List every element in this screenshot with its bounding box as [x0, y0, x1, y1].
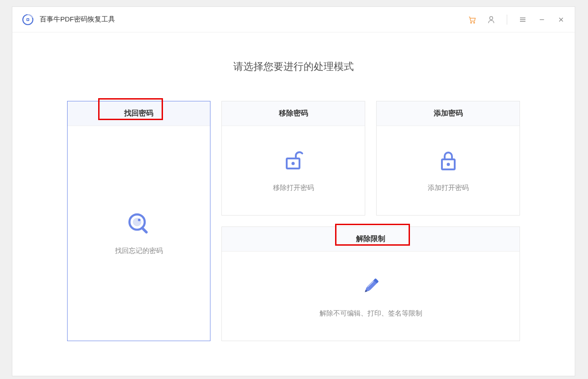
card-unrestrict-description: 解除不可编辑、打印、签名等限制	[320, 309, 422, 318]
card-add-title: 添加密码	[377, 101, 520, 126]
user-icon[interactable]	[487, 15, 496, 24]
svg-rect-2	[27, 19, 29, 20]
titlebar-right	[467, 15, 566, 25]
card-add-body: 添加打开密码	[377, 126, 520, 215]
svg-point-3	[471, 22, 472, 23]
svg-point-4	[474, 22, 475, 23]
right-column: 移除密码 移除打开密码	[221, 101, 520, 341]
app-logo-icon	[21, 13, 34, 26]
app-title: 百事牛PDF密码恢复工具	[40, 15, 115, 24]
unlock-icon	[282, 149, 305, 173]
close-icon[interactable]	[556, 15, 566, 24]
main-content: 请选择您要进行的处理模式 找回密码 找回忘记的密码	[12, 32, 575, 376]
lock-icon	[436, 149, 460, 173]
card-add-description: 添加打开密码	[428, 184, 469, 192]
card-recover-password[interactable]: 找回密码 找回忘记的密码	[67, 101, 210, 341]
card-add-password[interactable]: 添加密码 添加打开密码	[376, 101, 520, 216]
card-remove-body: 移除打开密码	[222, 126, 365, 215]
svg-point-18	[446, 163, 450, 166]
cart-icon[interactable]	[467, 15, 477, 24]
card-remove-password[interactable]: 移除密码 移除打开密码	[221, 101, 365, 216]
titlebar-divider	[507, 15, 507, 25]
pencil-edit-icon	[359, 274, 383, 298]
app-window: 百事牛PDF密码恢复工具	[12, 6, 575, 376]
titlebar: 百事牛PDF密码恢复工具	[12, 7, 575, 32]
card-recover-description: 找回忘记的密码	[115, 247, 163, 255]
svg-point-5	[490, 16, 493, 20]
card-unrestrict-body: 解除不可编辑、打印、签名等限制	[222, 252, 520, 341]
menu-icon[interactable]	[518, 15, 527, 24]
cards-container: 找回密码 找回忘记的密码 移除密码	[21, 101, 566, 341]
card-remove-restriction[interactable]: 解除限制	[221, 226, 520, 341]
card-recover-body: 找回忘记的密码	[68, 126, 210, 341]
minimize-icon[interactable]	[537, 15, 546, 24]
page-heading: 请选择您要进行的处理模式	[233, 60, 354, 74]
right-row-top: 移除密码 移除打开密码	[221, 101, 520, 216]
svg-point-14	[138, 218, 141, 221]
card-remove-title: 移除密码	[222, 101, 365, 126]
svg-point-16	[291, 162, 294, 165]
card-unrestrict-title: 解除限制	[222, 227, 520, 252]
card-recover-title: 找回密码	[68, 101, 210, 126]
titlebar-left: 百事牛PDF密码恢复工具	[21, 13, 115, 26]
card-remove-description: 移除打开密码	[273, 184, 314, 192]
search-magnifier-icon	[127, 212, 151, 236]
